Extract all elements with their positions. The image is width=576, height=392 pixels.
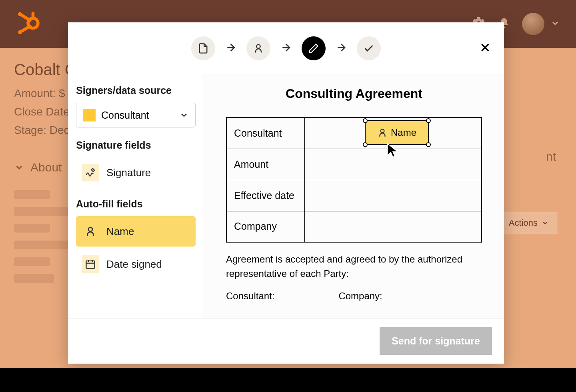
cell-value[interactable]	[304, 149, 482, 180]
signature-labels: Consultant: Company:	[226, 291, 482, 302]
fields-sidebar: Signers/data source Consultant Signature…	[68, 74, 204, 318]
document-canvas[interactable]: Consulting Agreement Consultant Amount E…	[204, 74, 504, 318]
svg-point-3	[18, 12, 22, 16]
person-icon	[82, 223, 99, 240]
signer-select[interactable]: Consultant	[76, 103, 196, 127]
person-icon	[377, 127, 388, 138]
actions-button[interactable]: Actions	[500, 212, 558, 234]
placeholder-line	[14, 207, 74, 216]
modal-footer: Send for signature	[68, 318, 504, 364]
check-icon	[363, 43, 374, 54]
resize-handle[interactable]	[426, 118, 431, 123]
step-review[interactable]	[357, 36, 381, 60]
close-icon	[478, 41, 492, 54]
resize-handle[interactable]	[363, 142, 368, 147]
close-button[interactable]	[478, 41, 492, 56]
svg-point-4	[18, 30, 22, 34]
placeholder-line	[14, 274, 54, 283]
signer-selected-label: Consultant	[101, 109, 174, 121]
user-menu[interactable]	[522, 13, 560, 35]
field-label: Signature	[106, 167, 151, 179]
placeholder-line	[14, 257, 50, 266]
placed-name-field[interactable]: Name	[365, 120, 429, 145]
chevron-down-icon	[179, 110, 189, 120]
table-row: Effective date	[226, 180, 482, 211]
modal-body: Signers/data source Consultant Signature…	[68, 74, 504, 318]
cell-label: Amount	[226, 149, 304, 180]
consultant-sig-label: Consultant:	[226, 291, 274, 302]
svg-point-7	[256, 44, 260, 48]
arrow-right-icon	[225, 42, 237, 55]
chevron-down-icon	[542, 219, 549, 227]
cell-label: Effective date	[226, 180, 304, 211]
send-for-signature-button[interactable]: Send for signature	[380, 327, 492, 355]
partial-text: nt	[546, 150, 556, 163]
calendar-icon	[82, 255, 99, 273]
about-label: About	[30, 161, 62, 174]
step-document[interactable]	[191, 36, 215, 60]
arrow-right-icon	[280, 42, 292, 55]
field-date-signed[interactable]: Date signed	[76, 249, 196, 279]
field-label: Date signed	[106, 258, 162, 271]
person-icon	[253, 43, 264, 54]
step-signers[interactable]	[246, 36, 270, 60]
avatar	[522, 13, 544, 35]
cell-label: Company	[226, 211, 304, 242]
svg-point-12	[88, 227, 92, 231]
hubspot-logo-icon	[16, 11, 40, 37]
pencil-icon	[308, 43, 319, 54]
actions-label: Actions	[509, 218, 538, 228]
letterbox	[0, 368, 576, 392]
step-fields[interactable]	[302, 36, 326, 60]
signers-heading: Signers/data source	[76, 85, 196, 96]
svg-point-20	[381, 129, 384, 133]
resize-handle[interactable]	[426, 142, 431, 147]
placed-field-label: Name	[391, 127, 416, 138]
field-label: Name	[106, 225, 134, 238]
document-title: Consulting Agreement	[224, 86, 484, 101]
field-signature[interactable]: Signature	[76, 157, 196, 188]
table-row: Company	[226, 211, 482, 242]
autofill-fields-heading: Auto-fill fields	[76, 198, 196, 210]
arrow-right-icon	[335, 42, 347, 55]
signature-modal: Signers/data source Consultant Signature…	[68, 22, 504, 364]
chevron-down-icon	[550, 18, 560, 30]
stepper	[191, 36, 381, 60]
field-name[interactable]: Name	[76, 216, 196, 247]
table-row: Amount	[226, 149, 482, 180]
svg-rect-13	[86, 261, 95, 269]
cell-value[interactable]	[304, 180, 482, 211]
signer-color-swatch	[83, 109, 96, 121]
cell-label: Consultant	[226, 117, 304, 149]
placeholder-line	[14, 224, 50, 233]
cell-value[interactable]	[304, 211, 482, 242]
chevron-down-icon	[14, 162, 24, 173]
company-sig-label: Company:	[338, 291, 382, 302]
table-row: Consultant	[226, 117, 482, 149]
resize-handle[interactable]	[363, 118, 368, 123]
document-table: Consultant Amount Effective date Company	[226, 117, 482, 243]
signature-fields-heading: Signature fields	[76, 139, 196, 151]
document-icon	[198, 43, 209, 54]
placeholder-line	[14, 190, 50, 199]
modal-header	[68, 22, 504, 74]
agreement-text: Agreement is accepted and agreed to by t…	[226, 252, 482, 281]
signature-icon	[82, 164, 99, 181]
